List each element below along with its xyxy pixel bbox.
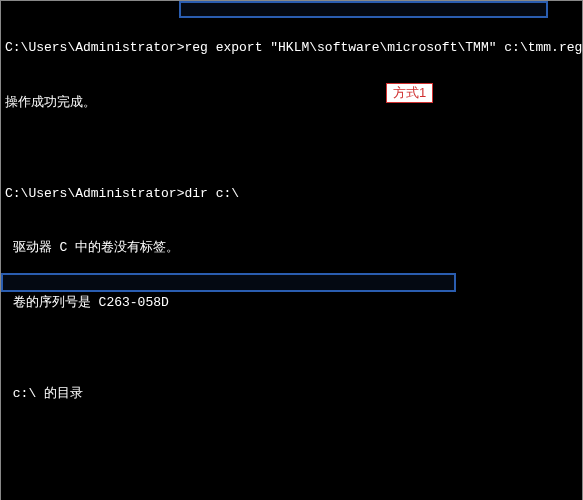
- method-1-label: 方式1: [386, 83, 433, 103]
- cmd-reg-export: C:\Users\Administrator>reg export "HKLM\…: [5, 39, 578, 57]
- output-success: 操作成功完成。: [5, 94, 578, 112]
- highlight-reg-export: [179, 1, 548, 18]
- terminal-pane-1: C:\Users\Administrator>reg export "HKLM\…: [0, 0, 583, 500]
- highlight-tmm-reg-row: [1, 273, 456, 292]
- cmd-dir: C:\Users\Administrator>dir c:\: [5, 185, 578, 203]
- dir-header: c:\ 的目录: [5, 385, 578, 403]
- volume-serial: 卷的序列号是 C263-058D: [5, 294, 578, 312]
- volume-label: 驱动器 C 中的卷没有标签。: [5, 239, 578, 257]
- dir-listing: 2017/06/16 00:21 10,269 ckcore.txt 2016/…: [5, 476, 578, 500]
